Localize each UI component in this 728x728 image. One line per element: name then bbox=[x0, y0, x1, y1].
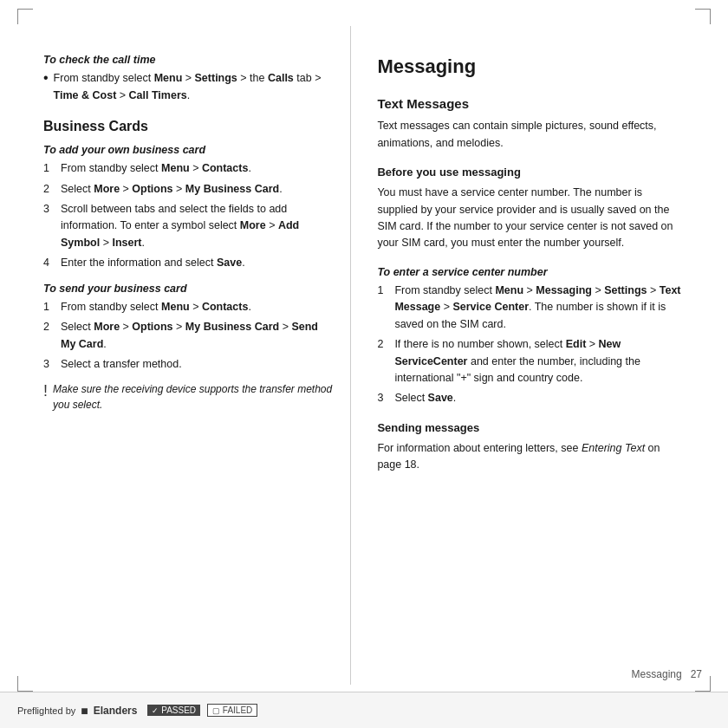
send-card-heading: To send your business card bbox=[43, 281, 333, 297]
checkmark-icon: ✓ bbox=[152, 706, 159, 715]
passed-label: PASSED bbox=[161, 705, 196, 715]
page-number: 27 bbox=[691, 668, 702, 680]
service-center-heading: To enter a service center number bbox=[377, 264, 685, 281]
service-center-list: 1 From standby select Menu > Messaging >… bbox=[377, 283, 685, 407]
footer-label: Messaging bbox=[632, 668, 682, 680]
left-column: To check the call time • From standby se… bbox=[26, 26, 350, 685]
content-area: To check the call time • From standby se… bbox=[26, 26, 702, 685]
right-column: Messaging Text Messages Text messages ca… bbox=[350, 26, 702, 685]
text-messages-body: Text messages can contain simple picture… bbox=[377, 118, 685, 152]
before-messaging-body: You must have a service center number. T… bbox=[377, 185, 685, 252]
list-item: 1 From standby select Menu > Contacts. bbox=[43, 299, 333, 315]
send-card-list: 1 From standby select Menu > Contacts. 2… bbox=[43, 299, 333, 374]
messaging-title: Messaging bbox=[377, 52, 685, 81]
list-item: 1 From standby select Menu > Contacts. bbox=[43, 160, 333, 177]
bottom-bar: Preflighted by ■ Elanders ✓ PASSED ▢ FAI… bbox=[0, 692, 728, 728]
sending-messages-section: Sending messages For information about e… bbox=[377, 419, 685, 474]
add-card-list: 1 From standby select Menu > Contacts. 2… bbox=[43, 160, 333, 271]
page: To check the call time • From standby se… bbox=[0, 0, 728, 728]
failed-label: FAILED bbox=[223, 705, 252, 715]
call-time-text: From standby select Menu > Settings > th… bbox=[54, 70, 334, 104]
page-footer: Messaging 27 bbox=[632, 668, 702, 680]
business-cards-heading: Business Cards bbox=[43, 116, 333, 138]
failed-badge: ▢ FAILED bbox=[207, 704, 257, 717]
corner-mark-tr bbox=[695, 9, 711, 24]
note-block: ! Make sure the receiving device support… bbox=[43, 381, 333, 413]
sending-messages-heading: Sending messages bbox=[377, 419, 685, 437]
bullet-icon: • bbox=[43, 68, 49, 88]
list-item: 1 From standby select Menu > Messaging >… bbox=[377, 283, 685, 333]
note-text: Make sure the receiving device supports … bbox=[53, 381, 333, 413]
list-item: 3 Select a transfer method. bbox=[43, 356, 333, 373]
square-icon: ▢ bbox=[212, 706, 220, 715]
list-item: 2 Select More > Options > My Business Ca… bbox=[43, 319, 333, 353]
call-time-heading: To check the call time bbox=[43, 52, 333, 68]
add-card-heading: To add your own business card bbox=[43, 142, 333, 159]
list-item: 2 If there is no number shown, select Ed… bbox=[377, 336, 685, 387]
corner-mark-tl bbox=[17, 9, 33, 24]
service-center-section: To enter a service center number 1 From … bbox=[377, 264, 685, 407]
before-messaging-heading: Before you use messaging bbox=[377, 164, 685, 181]
passed-badge: ✓ PASSED bbox=[147, 705, 200, 716]
before-messaging-section: Before you use messaging You must have a… bbox=[377, 164, 685, 252]
preflight-info: Preflighted by ■ Elanders ✓ PASSED ▢ FAI… bbox=[17, 704, 257, 718]
list-item: 3 Select Save. bbox=[377, 390, 685, 406]
elanders-label: Elanders bbox=[94, 705, 138, 717]
call-time-bullet: • From standby select Menu > Settings > … bbox=[43, 70, 333, 104]
list-item: 4 Enter the information and select Save. bbox=[43, 255, 333, 271]
list-item: 2 Select More > Options > My Business Ca… bbox=[43, 181, 333, 198]
sending-messages-body: For information about entering letters, … bbox=[377, 440, 685, 474]
elanders-icon: ■ bbox=[81, 704, 88, 718]
list-item: 3 Scroll between tabs and select the fie… bbox=[43, 201, 333, 251]
text-messages-section: Text Messages Text messages can contain … bbox=[377, 94, 685, 152]
text-messages-heading: Text Messages bbox=[377, 94, 685, 114]
preflight-label: Preflighted by bbox=[17, 705, 75, 716]
note-icon: ! bbox=[43, 380, 48, 404]
